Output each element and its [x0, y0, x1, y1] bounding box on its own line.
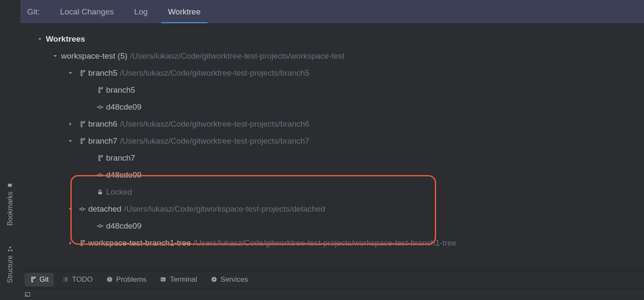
worktree-commit-row[interactable]: d48cde09	[20, 218, 644, 235]
worktree-name: branch5	[88, 68, 118, 78]
worktree-name: workspace-test-branch1-tree	[88, 238, 191, 248]
worktree-path: /Users/lukasz/Code/gitworkspace-test-pro…	[124, 204, 325, 214]
worktree-item-branch1-tree[interactable]: workspace-test-branch1-tree /Users/lukas…	[20, 235, 644, 252]
worktree-path: /Users/lukasz/Code/gitworktree-test-proj…	[120, 68, 310, 78]
svg-point-13	[99, 225, 101, 227]
side-tab-bookmarks[interactable]: Bookmarks	[5, 177, 16, 231]
svg-rect-19	[161, 277, 165, 281]
worktree-path: /Users/lukasz/Code/gitworktree-test-proj…	[120, 119, 310, 129]
tab-log[interactable]: Log	[124, 0, 158, 23]
branch-icon	[76, 138, 88, 144]
branch-icon	[94, 155, 106, 161]
tree-root-label: Worktrees	[46, 34, 85, 44]
alert-icon	[106, 276, 113, 283]
locked-label: Locked	[106, 187, 132, 197]
worktree-item-detached[interactable]: detached /Users/lukasz/Code/gitworkspace…	[20, 201, 644, 218]
svg-point-6	[99, 174, 101, 176]
structure-icon	[7, 246, 13, 252]
worktree-commit-row[interactable]: d48cde09	[20, 167, 644, 184]
branch-icon	[30, 276, 36, 283]
svg-point-10	[81, 208, 84, 210]
list-icon	[62, 276, 69, 283]
terminal-icon	[160, 276, 166, 283]
chevron-down-icon	[64, 71, 76, 76]
tab-local-changes[interactable]: Local Changes	[50, 0, 124, 23]
chevron-down-icon	[49, 54, 61, 59]
commit-icon	[94, 172, 106, 178]
commit-hash: d48cde09	[106, 170, 141, 180]
bottom-tab-problems[interactable]: Problems	[101, 273, 152, 286]
bottom-tab-terminal[interactable]: Terminal	[155, 273, 202, 286]
worktree-branch-row[interactable]: branch5	[20, 82, 644, 99]
worktree-commit-row[interactable]: d48cde09	[20, 99, 644, 116]
svg-rect-2	[9, 247, 11, 249]
bottom-tool-bar: Git TODO Problems Terminal Services	[20, 270, 644, 288]
workspace-name: workspace-test	[61, 51, 115, 61]
worktree-item-branch7[interactable]: branch7 /Users/lukasz/Code/gitworktree-t…	[20, 133, 644, 150]
tree-workspace[interactable]: workspace-test (5) /Users/lukasz/Code/gi…	[20, 48, 644, 65]
svg-rect-18	[109, 280, 110, 281]
chevron-down-icon	[64, 207, 76, 212]
commit-icon	[94, 104, 106, 110]
branch-name: branch7	[106, 153, 135, 163]
commit-icon	[94, 223, 106, 229]
play-icon	[211, 276, 217, 283]
worktree-branch-row[interactable]: branch7	[20, 150, 644, 167]
bookmark-icon	[7, 182, 13, 188]
worktree-path: /Users/lukasz/Code/gitworktree-test-proj…	[193, 238, 456, 248]
tab-worktree[interactable]: Worktree	[158, 0, 211, 23]
branch-icon	[94, 87, 106, 93]
svg-rect-21	[25, 292, 30, 296]
worktree-name: branch7	[88, 136, 118, 146]
svg-rect-9	[98, 192, 102, 194]
svg-rect-0	[8, 250, 10, 252]
branch-icon	[76, 70, 88, 76]
worktree-name: branch6	[88, 119, 118, 129]
chevron-down-icon	[64, 139, 76, 144]
commit-hash: d48cde09	[106, 221, 141, 231]
chevron-right-icon	[64, 122, 76, 127]
side-tab-label: Bookmarks	[6, 192, 14, 226]
side-tab-label: Structure	[6, 255, 14, 283]
commit-icon	[76, 206, 88, 212]
svg-rect-17	[109, 278, 110, 280]
bottom-tab-todo[interactable]: TODO	[57, 273, 98, 286]
chevron-down-icon	[34, 37, 46, 42]
worktree-item-branch5[interactable]: branch5 /Users/lukasz/Code/gitworktree-t…	[20, 65, 644, 82]
branch-icon	[76, 240, 88, 246]
bottom-tab-services[interactable]: Services	[206, 273, 253, 286]
worktree-item-branch6[interactable]: branch6 /Users/lukasz/Code/gitworktree-t…	[20, 116, 644, 133]
chevron-right-icon	[64, 241, 76, 246]
worktree-path: /Users/lukasz/Code/gitworktree-test-proj…	[120, 136, 310, 146]
side-rail: Bookmarks Structure	[0, 0, 20, 300]
git-tool-window-tabs: Git: Local Changes Log Worktree	[20, 0, 644, 24]
bottom-tab-git[interactable]: Git	[25, 273, 54, 286]
workspace-path: /Users/lukasz/Code/gitworktree-test-proj…	[130, 51, 344, 61]
window-icon[interactable]	[25, 292, 31, 297]
svg-rect-1	[11, 250, 13, 252]
worktree-locked-row[interactable]: Locked	[20, 184, 644, 201]
branch-name: branch5	[106, 85, 135, 95]
branch-icon	[76, 121, 88, 127]
lock-icon	[94, 189, 106, 195]
worktree-panel: Worktrees workspace-test (5) /Users/luka…	[20, 24, 644, 270]
section-label: Git:	[27, 7, 40, 17]
svg-point-3	[99, 106, 101, 108]
worktree-name: detached	[88, 204, 121, 214]
tree-root[interactable]: Worktrees	[20, 31, 644, 48]
status-bar	[20, 288, 644, 300]
commit-hash: d48cde09	[106, 102, 141, 112]
side-tab-structure[interactable]: Structure	[5, 241, 16, 288]
